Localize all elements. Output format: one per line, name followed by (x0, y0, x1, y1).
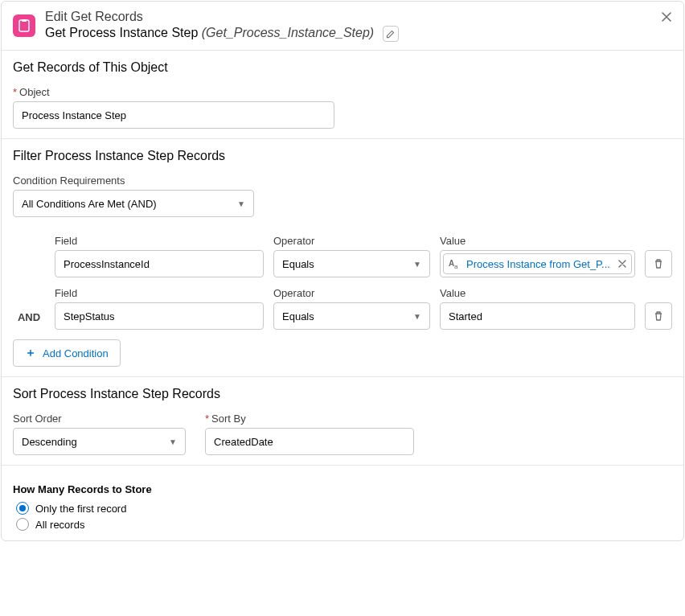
and-connector: AND (13, 311, 45, 330)
sort-by-input[interactable]: CreatedDate (205, 428, 414, 455)
store-option-first[interactable]: Only the first record (16, 502, 672, 515)
filter-field-input[interactable]: StepStatus (55, 302, 264, 330)
filter-row: AND Field StepStatus Operator Equals ▼ V… (13, 287, 672, 330)
chevron-down-icon: ▼ (413, 260, 421, 269)
object-label: *Object (13, 86, 672, 98)
section-object: Get Records of This Object *Object Proce… (2, 51, 683, 139)
sort-order-select[interactable]: Descending ▼ (13, 428, 186, 455)
required-star: * (13, 86, 17, 98)
condition-requirements-label: Condition Requirements (13, 175, 672, 187)
filter-field-input[interactable]: ProcessInstanceId (55, 250, 264, 277)
operator-label: Operator (273, 287, 430, 299)
delete-row-button[interactable] (645, 302, 672, 330)
sort-by-label: *Sort By (205, 413, 414, 425)
store-title: How Many Records to Store (13, 483, 672, 495)
close-button[interactable] (658, 8, 675, 26)
store-option-all[interactable]: All records (16, 518, 672, 531)
sort-order-label: Sort Order (13, 413, 186, 425)
object-input[interactable]: Process Instance Step (13, 101, 334, 129)
svg-rect-1 (22, 19, 27, 22)
section-sort-title: Sort Process Instance Step Records (13, 387, 672, 401)
add-condition-button[interactable]: ＋ Add Condition (13, 339, 121, 367)
field-label: Field (55, 235, 264, 247)
filter-operator-select[interactable]: Equals ▼ (273, 302, 430, 330)
panel-header: Edit Get Records Get Process Instance St… (2, 2, 683, 51)
chevron-down-icon: ▼ (413, 312, 421, 321)
panel-title: Edit Get Records (45, 10, 672, 24)
field-label: Field (55, 287, 264, 299)
condition-requirements-select[interactable]: All Conditions Are Met (AND) ▼ (13, 190, 254, 217)
operator-label: Operator (273, 235, 430, 247)
chevron-down-icon: ▼ (169, 437, 177, 446)
filter-row: Field ProcessInstanceId Operator Equals … (13, 235, 672, 277)
section-store: How Many Records to Store Only the first… (2, 466, 683, 540)
chevron-down-icon: ▼ (237, 199, 245, 208)
section-filter: Filter Process Instance Step Records Con… (2, 139, 683, 377)
text-formula-icon: Aa (449, 258, 461, 269)
delete-row-button[interactable] (645, 250, 672, 277)
section-sort: Sort Process Instance Step Records Sort … (2, 377, 683, 466)
radio-unchecked-icon (16, 518, 29, 531)
svg-text:a: a (454, 263, 458, 269)
required-star: * (205, 413, 209, 425)
edit-get-records-panel: Edit Get Records Get Process Instance St… (1, 1, 684, 541)
value-label: Value (440, 287, 635, 299)
value-resource-pill[interactable]: Aa Process Instance from Get_P... (443, 253, 632, 274)
svg-rect-0 (19, 20, 29, 31)
edit-name-button[interactable] (383, 26, 399, 42)
section-object-title: Get Records of This Object (13, 60, 672, 75)
section-filter-title: Filter Process Instance Step Records (13, 149, 672, 163)
filter-operator-select[interactable]: Equals ▼ (273, 250, 430, 277)
radio-checked-icon (16, 502, 29, 515)
filter-value-input[interactable]: Started (440, 302, 635, 330)
pill-remove-button[interactable] (618, 260, 626, 268)
element-name: Get Process Instance Step (45, 26, 198, 39)
plus-icon: ＋ (25, 346, 36, 360)
element-api-name: (Get_Process_Instance_Step) (202, 26, 374, 39)
value-label: Value (440, 235, 635, 247)
get-records-icon (13, 14, 35, 37)
panel-subtitle: Get Process Instance Step (Get_Process_I… (45, 26, 672, 42)
filter-value-input[interactable]: Aa Process Instance from Get_P... (440, 250, 635, 277)
